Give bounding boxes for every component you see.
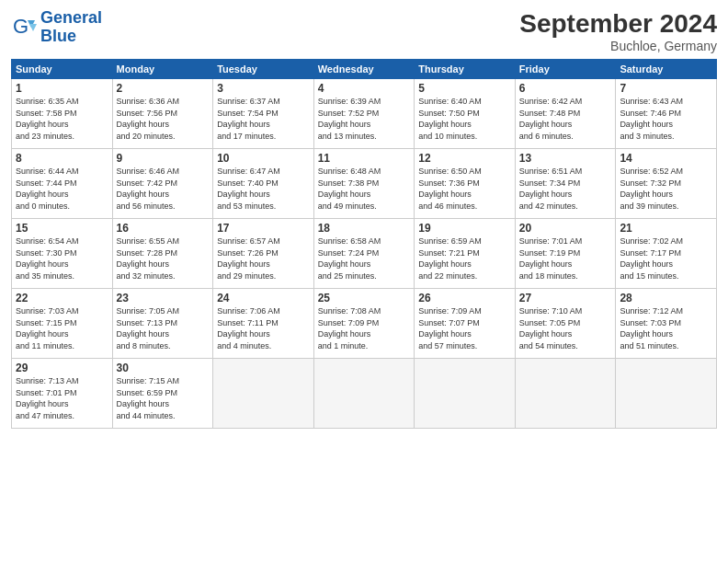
table-row: 19Sunrise: 6:59 AMSunset: 7:21 PMDayligh… xyxy=(415,219,516,289)
table-row: 29Sunrise: 7:13 AMSunset: 7:01 PMDayligh… xyxy=(12,359,113,429)
table-row: 25Sunrise: 7:08 AMSunset: 7:09 PMDayligh… xyxy=(313,289,415,359)
calendar-week-row: 1Sunrise: 6:35 AMSunset: 7:58 PMDaylight… xyxy=(12,79,717,149)
col-thursday: Thursday xyxy=(415,60,516,79)
calendar-week-row: 8Sunrise: 6:44 AMSunset: 7:44 PMDaylight… xyxy=(12,149,717,219)
table-row: 9Sunrise: 6:46 AMSunset: 7:42 PMDaylight… xyxy=(112,149,213,219)
table-row xyxy=(313,359,415,429)
title-block: September 2024 Buchloe, Germany xyxy=(519,9,717,53)
logo: G General Blue xyxy=(11,9,102,46)
col-wednesday: Wednesday xyxy=(313,60,415,79)
calendar-week-row: 15Sunrise: 6:54 AMSunset: 7:30 PMDayligh… xyxy=(12,219,717,289)
calendar-week-row: 22Sunrise: 7:03 AMSunset: 7:15 PMDayligh… xyxy=(12,289,717,359)
col-friday: Friday xyxy=(515,60,616,79)
table-row: 2Sunrise: 6:36 AMSunset: 7:56 PMDaylight… xyxy=(112,79,213,149)
header: G General Blue September 2024 Buchloe, G… xyxy=(11,9,717,53)
table-row: 14Sunrise: 6:52 AMSunset: 7:32 PMDayligh… xyxy=(616,149,717,219)
table-row: 17Sunrise: 6:57 AMSunset: 7:26 PMDayligh… xyxy=(213,219,314,289)
page-container: G General Blue September 2024 Buchloe, G… xyxy=(0,0,728,436)
table-row xyxy=(415,359,516,429)
table-row: 13Sunrise: 6:51 AMSunset: 7:34 PMDayligh… xyxy=(515,149,616,219)
table-row: 12Sunrise: 6:50 AMSunset: 7:36 PMDayligh… xyxy=(415,149,516,219)
svg-text:G: G xyxy=(13,15,28,38)
table-row: 27Sunrise: 7:10 AMSunset: 7:05 PMDayligh… xyxy=(515,289,616,359)
logo-icon: G xyxy=(11,15,37,40)
col-tuesday: Tuesday xyxy=(213,60,314,79)
table-row xyxy=(213,359,314,429)
logo-line1: General xyxy=(40,8,102,27)
calendar-table: Sunday Monday Tuesday Wednesday Thursday… xyxy=(11,59,717,429)
table-row: 30Sunrise: 7:15 AMSunset: 6:59 PMDayligh… xyxy=(112,359,213,429)
table-row: 16Sunrise: 6:55 AMSunset: 7:28 PMDayligh… xyxy=(112,219,213,289)
table-row: 28Sunrise: 7:12 AMSunset: 7:03 PMDayligh… xyxy=(616,289,717,359)
table-row: 3Sunrise: 6:37 AMSunset: 7:54 PMDaylight… xyxy=(213,79,314,149)
month-title: September 2024 xyxy=(519,9,717,39)
col-saturday: Saturday xyxy=(616,60,717,79)
table-row: 20Sunrise: 7:01 AMSunset: 7:19 PMDayligh… xyxy=(515,219,616,289)
table-row: 10Sunrise: 6:47 AMSunset: 7:40 PMDayligh… xyxy=(213,149,314,219)
table-row: 21Sunrise: 7:02 AMSunset: 7:17 PMDayligh… xyxy=(616,219,717,289)
table-row: 18Sunrise: 6:58 AMSunset: 7:24 PMDayligh… xyxy=(313,219,415,289)
table-row xyxy=(515,359,616,429)
table-row: 5Sunrise: 6:40 AMSunset: 7:50 PMDaylight… xyxy=(415,79,516,149)
table-row: 26Sunrise: 7:09 AMSunset: 7:07 PMDayligh… xyxy=(415,289,516,359)
col-sunday: Sunday xyxy=(12,60,113,79)
table-row: 23Sunrise: 7:05 AMSunset: 7:13 PMDayligh… xyxy=(112,289,213,359)
table-row: 8Sunrise: 6:44 AMSunset: 7:44 PMDaylight… xyxy=(12,149,113,219)
location-title: Buchloe, Germany xyxy=(519,39,717,53)
calendar-header-row: Sunday Monday Tuesday Wednesday Thursday… xyxy=(12,60,717,79)
table-row: 6Sunrise: 6:42 AMSunset: 7:48 PMDaylight… xyxy=(515,79,616,149)
table-row: 7Sunrise: 6:43 AMSunset: 7:46 PMDaylight… xyxy=(616,79,717,149)
table-row: 1Sunrise: 6:35 AMSunset: 7:58 PMDaylight… xyxy=(12,79,113,149)
table-row: 24Sunrise: 7:06 AMSunset: 7:11 PMDayligh… xyxy=(213,289,314,359)
col-monday: Monday xyxy=(112,60,213,79)
table-row: 11Sunrise: 6:48 AMSunset: 7:38 PMDayligh… xyxy=(313,149,415,219)
table-row: 4Sunrise: 6:39 AMSunset: 7:52 PMDaylight… xyxy=(313,79,415,149)
table-row: 22Sunrise: 7:03 AMSunset: 7:15 PMDayligh… xyxy=(12,289,113,359)
table-row: 15Sunrise: 6:54 AMSunset: 7:30 PMDayligh… xyxy=(12,219,113,289)
logo-line2: Blue xyxy=(40,27,76,45)
table-row xyxy=(616,359,717,429)
calendar-week-row: 29Sunrise: 7:13 AMSunset: 7:01 PMDayligh… xyxy=(12,359,717,429)
